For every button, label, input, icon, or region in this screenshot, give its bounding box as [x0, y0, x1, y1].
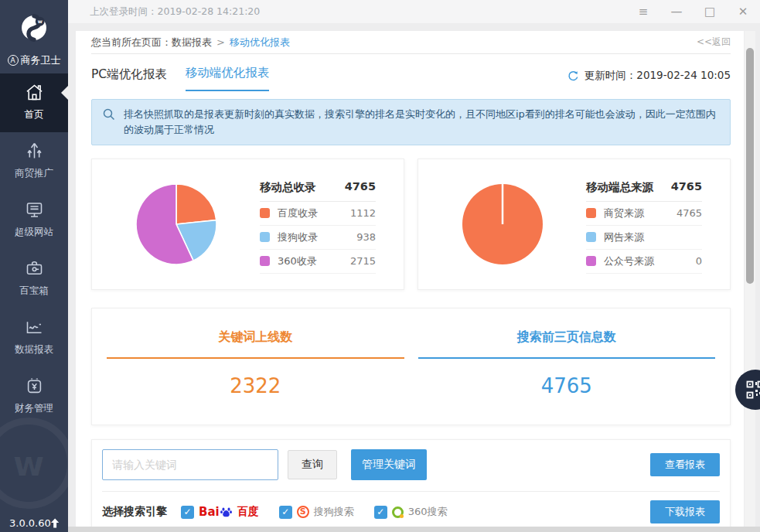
view-report-button[interactable]: 查看报表	[650, 453, 720, 476]
website-icon	[24, 200, 45, 220]
app-window: { "window": { "last_login": "上次登录时间：2019…	[0, 0, 760, 532]
keyword-input[interactable]	[102, 449, 278, 480]
menu-icon[interactable]: ≡	[637, 6, 649, 18]
legend-mobile-source: 移动端总来源 4765 商贸来源4765网告来源公众号来源0	[586, 176, 702, 274]
main-area: 您当前所在页面： 数据报表 > 移动优化报表 <<返回 PC端优化报表 移动端优…	[68, 23, 760, 532]
content-panel: 您当前所在页面： 数据报表 > 移动优化报表 <<返回 PC端优化报表 移动端优…	[76, 31, 744, 532]
stat-label: 搜索前三页信息数	[418, 329, 716, 346]
tab-pc-report[interactable]: PC端优化报表	[91, 66, 167, 91]
promote-icon	[24, 141, 45, 162]
breadcrumb-prefix: 您当前所在页面：	[91, 36, 172, 49]
search-icon	[103, 108, 115, 121]
finance-icon	[24, 376, 45, 397]
card-mobile-source: 移动端总来源 4765 商贸来源4765网告来源公众号来源0	[417, 159, 731, 290]
legend-title: 移动总收录	[260, 180, 316, 195]
sidebar-item-2[interactable]: 超级网站	[0, 191, 68, 250]
report-icon	[24, 317, 45, 338]
stat-underline	[418, 357, 716, 359]
tabs-row: PC端优化报表 移动端优化报表 更新时间：2019-02-24 10:05	[91, 65, 731, 91]
maximize-button[interactable]: □	[704, 6, 716, 18]
checkbox-icon[interactable]: ✓	[181, 506, 194, 519]
sidebar-item-0[interactable]: 首页	[0, 73, 68, 132]
notice-text: 排名快照抓取的是报表更新时刻的真实数据，搜索引擎的排名是实时变化的，且不同地区i…	[124, 108, 716, 135]
legend-mobile-index: 移动总收录 4765 百度收录1112搜狗收录938360收录2715	[260, 176, 376, 274]
legend-row: 商贸来源4765	[586, 202, 702, 226]
legend-row: 网告来源	[586, 226, 702, 250]
sidebar-item-3[interactable]: 百宝箱	[0, 250, 68, 309]
sidebar-item-1[interactable]: 商贸推广	[0, 132, 68, 191]
card-mobile-index: 移动总收录 4765 百度收录1112搜狗收录938360收录2715	[91, 159, 404, 290]
keyword-panel: 查询 管理关键词 查看报表 选择搜索引擎 ✓Bai百度✓S搜狗搜索✓360搜索 …	[91, 439, 731, 532]
divider	[102, 491, 720, 492]
home-icon	[24, 82, 45, 103]
engine-option-2[interactable]: ✓360搜索	[374, 505, 448, 519]
vertical-scrollbar	[745, 31, 755, 532]
stat-keywords-online: 关键词上线数 2322	[100, 329, 411, 425]
toolbox-icon	[24, 258, 45, 279]
download-report-button[interactable]: 下载报表	[650, 500, 720, 523]
legend-row: 百度收录1112	[260, 202, 376, 226]
checkbox-icon[interactable]: ✓	[279, 506, 292, 519]
sidebar-menu: 首页商贸推广超级网站百宝箱数据报表财务管理	[0, 73, 68, 426]
minimize-button[interactable]: —	[670, 6, 683, 18]
stat-value: 4765	[418, 374, 716, 397]
brand: w A 商务卫士	[0, 0, 68, 67]
notice-banner: 排名快照抓取的是报表更新时刻的真实数据，搜索引擎的排名是实时变化的，且不同地区i…	[91, 99, 731, 145]
stat-underline	[107, 357, 404, 359]
legend-swatch-icon	[586, 256, 596, 266]
watermark-logo: w	[0, 418, 68, 509]
legend-swatch-icon	[260, 256, 270, 266]
engine-select-label: 选择搜索引擎	[102, 505, 167, 519]
legend-total: 4765	[345, 180, 376, 195]
legend-row: 360收录2715	[260, 250, 376, 274]
stat-top3-pages: 搜索前三页信息数 4765	[411, 329, 723, 425]
sogou-logo: S	[297, 506, 309, 518]
breadcrumb: 您当前所在页面： 数据报表 > 移动优化报表 <<返回	[91, 31, 731, 54]
brand-name: 商务卫士	[21, 53, 61, 67]
legend-swatch-icon	[260, 232, 270, 242]
legend-row: 搜狗收录938	[260, 226, 376, 250]
stats-card: 关键词上线数 2322 搜索前三页信息数 4765	[91, 308, 731, 425]
back-link[interactable]: <<返回	[697, 36, 731, 49]
active-notch	[61, 86, 68, 100]
legend-swatch-icon	[260, 208, 270, 218]
legend-total: 4765	[671, 180, 702, 195]
engine-option-1[interactable]: ✓S搜狗搜索	[279, 505, 354, 519]
app-logo-icon: w	[14, 8, 54, 48]
update-arrow-icon[interactable]	[51, 517, 59, 529]
svg-text:w: w	[38, 19, 43, 25]
breadcrumb-separator: >	[216, 36, 225, 48]
engine-option-0[interactable]: ✓Bai百度	[181, 505, 259, 519]
stat-value: 2322	[107, 374, 404, 397]
window-titlebar: 上次登录时间：2019-02-28 14:21:20 ≡—□✕	[68, 0, 760, 23]
version-label: 3.0.0.60	[9, 517, 51, 529]
close-button[interactable]: ✕	[737, 6, 749, 18]
breadcrumb-section: 数据报表	[172, 36, 212, 49]
shield-badge-icon: A	[8, 55, 19, 66]
pie-chart-mobile-source	[460, 182, 545, 267]
legend-row: 公众号来源0	[586, 250, 702, 274]
bottom-scrollbar-strip[interactable]	[68, 527, 760, 532]
checkbox-icon[interactable]: ✓	[374, 506, 387, 519]
pie-chart-mobile-index	[134, 182, 219, 267]
tab-mobile-report[interactable]: 移动端优化报表	[186, 65, 270, 91]
legend-swatch-icon	[586, 208, 596, 218]
last-login-text: 上次登录时间：2019-02-28 14:21:20	[90, 5, 260, 19]
query-button[interactable]: 查询	[288, 450, 337, 479]
sidebar-item-5[interactable]: 财务管理	[0, 367, 68, 426]
baidu-logo: Bai	[199, 505, 233, 519]
breadcrumb-current-link[interactable]: 移动优化报表	[230, 36, 290, 49]
manage-keywords-button[interactable]: 管理关键词	[351, 449, 427, 480]
engine-checkbox-group: ✓Bai百度✓S搜狗搜索✓360搜索	[181, 505, 448, 519]
stat-label: 关键词上线数	[107, 329, 404, 346]
legend-title: 移动端总来源	[586, 180, 653, 195]
window-controls: ≡—□✕	[637, 6, 749, 18]
scrollbar-thumb[interactable]	[746, 48, 754, 284]
360-logo	[392, 506, 404, 518]
sidebar-item-4[interactable]: 数据报表	[0, 309, 68, 367]
update-info: 更新时间：2019-02-24 10:05	[567, 69, 731, 91]
pie-cards-row: 移动总收录 4765 百度收录1112搜狗收录938360收录2715 移动端总…	[91, 159, 731, 290]
sidebar: w A 商务卫士 首页商贸推广超级网站百宝箱数据报表财务管理 w 3.0.0.6…	[0, 0, 68, 532]
qr-code-icon	[746, 380, 760, 399]
refresh-icon[interactable]	[567, 70, 579, 82]
